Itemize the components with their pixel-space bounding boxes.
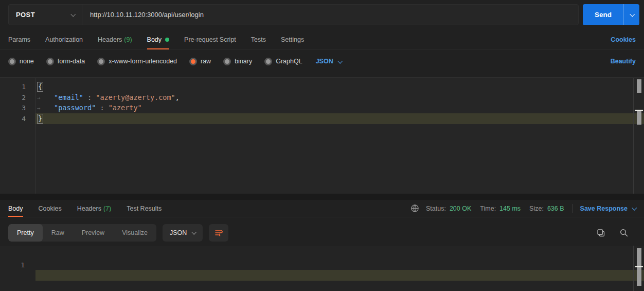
close-brace: } [37,114,43,124]
scrollbar-thumb[interactable] [637,79,641,93]
tab-body[interactable]: Body [147,30,170,49]
tab-headers[interactable]: Headers (9) [98,30,132,49]
pane-divider[interactable] [0,194,644,200]
bodytype-binary[interactable]: binary [223,58,252,65]
response-header: Body Cookies Headers (7) Test Results St… [0,200,644,217]
time-label: Time: [480,205,496,212]
json-key: "password" [54,104,96,112]
network-globe-icon[interactable] [410,204,419,213]
headers-count: (9) [124,36,132,43]
tab-label: Test Results [127,205,162,212]
response-toolbar: Pretty Raw Preview Visualize JSON [0,223,644,242]
status-value: 200 OK [450,205,471,212]
tab-indent-arrow: → [37,93,54,104]
size-label: Size: [529,205,544,212]
send-label: Send [595,11,612,19]
chevron-down-icon [632,206,637,211]
radio-icon [97,58,105,65]
search-icon[interactable] [619,228,629,237]
url-text: http://10.10.11.120:3000/api/user/login [90,11,204,19]
cookies-link[interactable]: Cookies [611,36,636,43]
meta-divider [572,204,573,213]
chevron-down-icon [192,230,197,235]
response-tab-body[interactable]: Body [8,200,23,217]
tab-pre-request-script[interactable]: Pre-request Script [184,30,236,49]
response-body-viewer[interactable]: 1 eyJhbGciOiJIUzI1NiIsInR5cCI6IkpXVCJ9. … [0,246,644,291]
tab-authorization[interactable]: Authorization [45,30,83,49]
radio-label: form-data [58,58,85,65]
editor-line-2: 2 →"email" : "azerty@azerty.com", [0,92,644,103]
request-tabs: Params Authorization Headers (9) Body Pr… [0,30,644,50]
save-response-button[interactable]: Save Response [580,205,636,212]
json-key: "email" [54,93,83,101]
send-options-button[interactable] [624,4,639,25]
language-label: JSON [316,58,333,65]
tab-indent-arrow: → [37,103,54,114]
active-line-highlight [35,270,644,281]
url-input[interactable]: http://10.10.11.120:3000/api/user/login [82,5,578,25]
tab-label: Headers [98,36,122,43]
bodytype-raw[interactable]: raw [189,58,211,65]
response-tab-test-results[interactable]: Test Results [127,200,162,217]
wrap-lines-icon [214,228,223,237]
response-language-selector[interactable]: JSON [163,224,203,242]
scrollbar-thumb[interactable] [637,111,641,125]
copy-icon[interactable] [596,228,605,237]
response-tab-headers[interactable]: Headers (7) [77,200,112,217]
radio-icon [46,58,54,65]
time-value: 145 ms [499,205,521,212]
request-url-bar: POST http://10.10.11.120:3000/api/user/l… [8,4,639,25]
language-label: JSON [170,229,187,236]
bodytype-x-www-form-urlencoded[interactable]: x-www-form-urlencoded [97,58,177,65]
response-line-1: 1 eyJhbGciOiJIUzI1NiIsInR5cCI6IkpXVCJ9. [0,249,644,260]
bodytype-none[interactable]: none [8,58,34,65]
view-pretty[interactable]: Pretty [8,224,43,242]
editor-line-4-active: 4 } [0,113,644,124]
radio-icon [8,58,16,65]
tab-params[interactable]: Params [8,30,30,49]
headers-count: (7) [103,205,111,212]
view-label: Pretty [17,229,34,236]
tab-tests[interactable]: Tests [251,30,266,49]
method-selector[interactable]: POST [9,5,82,25]
view-visualize[interactable]: Visualize [113,224,156,242]
bodytype-form-data[interactable]: form-data [46,58,85,65]
line-number: 2 [0,92,26,103]
view-raw[interactable]: Raw [43,224,73,242]
response-meta: Status: 200 OK Time: 145 ms Size: 636 B … [410,204,636,213]
chevron-down-icon [630,12,635,17]
raw-language-selector[interactable]: JSON [316,58,342,65]
tab-label: Pre-request Script [184,36,236,43]
radio-icon [264,58,272,65]
tab-label: Body [147,36,162,43]
tab-settings[interactable]: Settings [281,30,304,49]
beautify-link[interactable]: Beautify [611,58,636,65]
line-number: 4 [0,113,26,124]
view-label: Visualize [122,229,148,236]
bodytype-graphql[interactable]: GraphQL [264,58,302,65]
line-number: 1 [0,81,26,92]
response-tab-cookies[interactable]: Cookies [39,200,62,217]
editor-line-1: 1 { [0,81,644,92]
tab-label: Settings [281,36,304,43]
json-value: "azerty" [109,104,142,112]
tab-label: Tests [251,36,266,43]
send-button[interactable]: Send [583,4,624,25]
view-preview[interactable]: Preview [73,224,113,242]
view-label: Preview [82,229,104,236]
method-url-group: POST http://10.10.11.120:3000/api/user/l… [8,4,579,25]
cursor-position-marker [635,110,643,111]
tab-label: Headers [77,205,101,212]
wrap-lines-button[interactable] [209,224,228,242]
cursor-position-marker [635,266,643,267]
line-number: 3 [0,102,26,113]
tab-label: Body [8,205,23,212]
body-type-bar: none form-data x-www-form-urlencoded raw… [0,52,644,71]
save-response-label: Save Response [580,205,628,212]
json-separator: : [83,93,96,101]
request-body-editor[interactable]: 1 { 2 →"email" : "azerty@azerty.com", 3 … [0,77,644,194]
response-scrollbar[interactable] [633,246,644,291]
editor-line-3: 3 →"password" : "azerty" [0,102,644,113]
editor-scrollbar[interactable] [633,78,644,194]
radio-label: GraphQL [276,58,302,65]
